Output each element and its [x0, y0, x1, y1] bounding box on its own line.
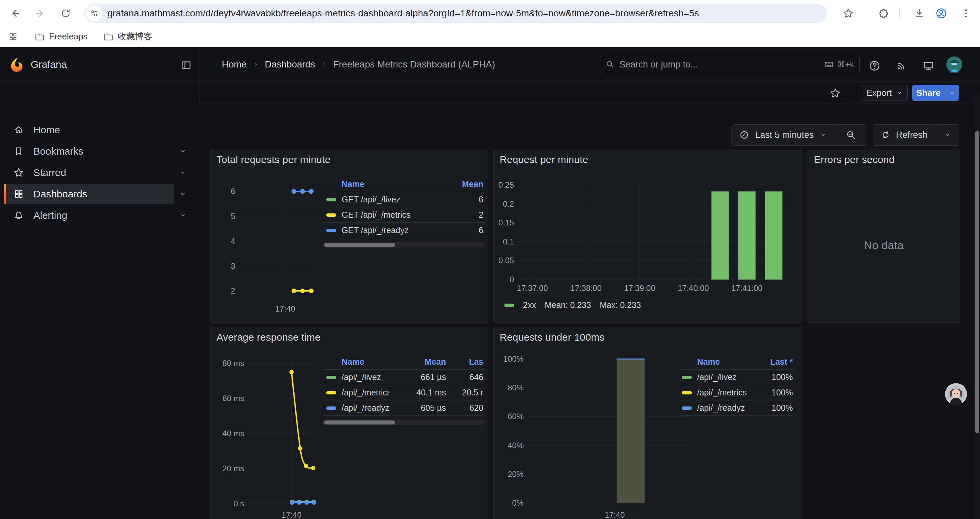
legend-scroll-thumb[interactable] [324, 243, 395, 247]
legend-row[interactable]: /api/_/readyz100% [678, 401, 794, 416]
browser-menu-button[interactable] [959, 7, 973, 20]
bookmark-page-button[interactable] [841, 7, 856, 20]
legend-row[interactable]: GET /api/_/readyz6 [323, 223, 485, 238]
expand-alerting-button[interactable] [176, 209, 189, 222]
bookmark-folder-blogs[interactable]: 收藏博客 [103, 31, 153, 42]
legend-row[interactable]: GET /api/_/livez6 [323, 192, 485, 208]
svg-text:20%: 20% [508, 469, 524, 479]
floating-assistant-avatar[interactable] [945, 383, 967, 405]
series-name: /api/_/livez [342, 372, 389, 382]
keyboard-icon [824, 59, 834, 69]
breadcrumb-item[interactable]: Dashboards [265, 59, 315, 70]
news-rss-icon[interactable] [895, 59, 908, 72]
chart-canvas[interactable]: 0.250.20.150.10.05017:37:0017:38:0017:39… [494, 149, 802, 323]
series-value: 100% [749, 388, 793, 398]
svg-text:60%: 60% [508, 412, 524, 421]
scrollbar-thumb[interactable] [975, 131, 979, 433]
profile-button[interactable] [934, 7, 949, 20]
mega-menu-dock-icon[interactable] [180, 58, 193, 72]
grafana-brand[interactable]: Grafana [31, 47, 67, 82]
svg-text:20 ms: 20 ms [223, 464, 244, 473]
legend-row[interactable]: /api/_/livez100% [678, 370, 794, 385]
legend-row[interactable]: /api/_/metrics40.1 ms20.5 r [323, 385, 485, 401]
search-input[interactable]: Search or jump to... ⌘+k [600, 56, 859, 73]
expand-bookmarks-button[interactable] [176, 145, 189, 158]
profile-icon [935, 7, 947, 19]
bookmarks-divider [24, 31, 24, 43]
series-value: 646 [446, 372, 483, 382]
help-icon[interactable] [868, 59, 881, 72]
legend-row[interactable]: GET /api/_/metrics2 [323, 208, 485, 223]
legend-row[interactable]: /api/_/readyz605 µs620 [323, 401, 485, 416]
star-icon [843, 8, 854, 19]
refresh-interval-dropdown[interactable] [936, 131, 959, 139]
kiosk-monitor-icon[interactable] [922, 59, 935, 72]
legend-header: NameMeanLas [323, 355, 485, 370]
sidebar-item-alerting[interactable]: Alerting [4, 205, 174, 225]
breadcrumb-item[interactable]: Home [222, 59, 247, 70]
sidebar-item-starred[interactable]: Starred [4, 163, 174, 183]
breadcrumb-item[interactable]: Freeleaps Metrics Dashboard (ALPHA) [333, 59, 495, 70]
series-name: /api/_/metrics [342, 388, 389, 398]
share-dropdown-button[interactable] [945, 85, 959, 101]
address-bar[interactable]: grafana.mathmast.com/d/deytv4rwavabkb/fr… [84, 4, 827, 23]
series-name: GET /api/_/metrics [342, 210, 443, 220]
panel-legend[interactable]: 2xx Mean: 0.233 Max: 0.233 [504, 300, 641, 310]
apps-grid-icon[interactable] [8, 32, 18, 42]
panel-under-100ms[interactable]: Requests under 100ms 100%80%60%40%20%0%1… [493, 327, 802, 519]
expand-dashboards-button[interactable] [176, 187, 189, 201]
sidebar-item-dashboards[interactable]: Dashboards [4, 184, 174, 204]
zoom-out-icon[interactable] [835, 129, 867, 140]
series-color-pill [326, 229, 336, 232]
panel-errors-per-second[interactable]: Errors per second No data [808, 149, 960, 323]
page-scrollbar[interactable] [974, 94, 980, 519]
legend-row[interactable]: /api/_/metrics100% [678, 385, 794, 401]
share-button[interactable]: Share [912, 85, 945, 101]
bookmarks-bar: Freeleaps 收藏博客 [0, 26, 980, 47]
star-dashboard-icon[interactable] [829, 86, 842, 100]
folder-icon [34, 32, 45, 42]
export-button[interactable]: Export [862, 85, 908, 101]
browser-reload-button[interactable] [58, 6, 73, 21]
svg-text:80%: 80% [508, 383, 524, 392]
folder-icon [103, 32, 113, 42]
browser-forward-button[interactable] [33, 6, 48, 21]
series-value: 2 [443, 210, 483, 220]
grafana-logo-icon[interactable] [10, 57, 25, 73]
sidebar-item-bookmarks[interactable]: Bookmarks [4, 141, 174, 161]
panel-title[interactable]: Errors per second [814, 154, 895, 165]
grafana-header: Grafana HomeDashboardsFreeleaps Metrics … [0, 47, 980, 82]
legend-row[interactable]: /api/_/livez661 µs646 [323, 370, 485, 385]
site-settings-button[interactable] [86, 5, 102, 21]
series-name: GET /api/_/readyz [342, 225, 443, 235]
svg-text:3: 3 [231, 262, 235, 270]
series-color-pill [326, 391, 336, 394]
svg-text:0: 0 [510, 275, 514, 284]
bell-icon [13, 210, 24, 221]
panel-avg-response-time[interactable]: Average response time 80 ms60 ms40 ms20 … [210, 327, 488, 519]
downloads-button[interactable] [912, 7, 927, 20]
extensions-button[interactable] [875, 7, 890, 20]
bookmark-folder-freeleaps[interactable]: Freeleaps [34, 31, 88, 42]
panel-request-per-minute[interactable]: Request per minute 0.250.20.150.10.05017… [493, 149, 802, 323]
time-range-picker[interactable]: Last 5 minutes [755, 130, 814, 140]
series-color-pill [504, 303, 514, 307]
legend-scrollbar[interactable] [323, 420, 485, 425]
refresh-button[interactable]: Refresh [896, 130, 928, 140]
svg-text:40 ms: 40 ms [223, 429, 244, 438]
panel-total-requests[interactable]: Total requests per minute 6543217:40 Nam… [210, 149, 488, 323]
series-name: /api/_/livez [697, 372, 749, 382]
browser-back-button[interactable] [8, 6, 22, 21]
sidebar-item-home[interactable]: Home [4, 120, 174, 140]
reload-icon [60, 8, 71, 19]
svg-text:0.05: 0.05 [498, 256, 514, 265]
legend-scrollbar[interactable] [323, 242, 485, 248]
svg-text:80 ms: 80 ms [223, 359, 244, 368]
svg-text:0.15: 0.15 [498, 218, 514, 227]
legend-scroll-thumb[interactable] [324, 420, 395, 425]
user-avatar[interactable] [946, 56, 963, 74]
chevron-down-icon[interactable] [820, 131, 827, 139]
expand-starred-button[interactable] [176, 166, 189, 179]
series-value: 100% [749, 403, 793, 413]
url-text[interactable]: grafana.mathmast.com/d/deytv4rwavabkb/fr… [107, 8, 699, 19]
